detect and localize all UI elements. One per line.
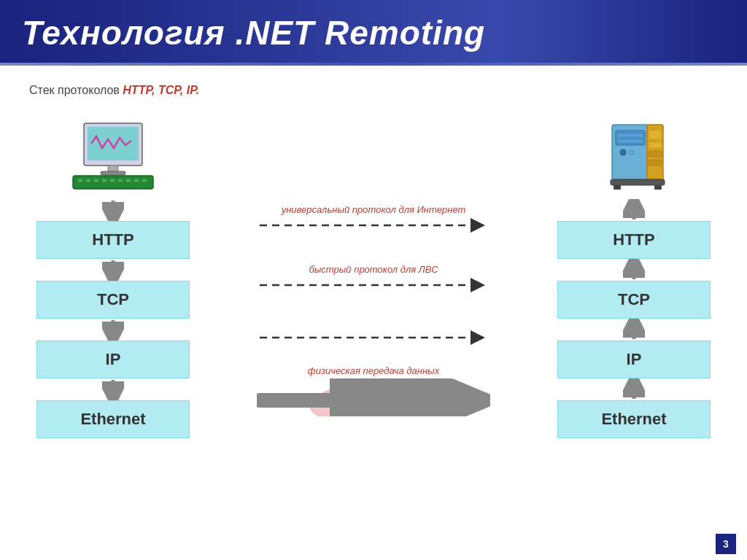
- svg-rect-42: [649, 142, 662, 148]
- protocol-diagram: HTTP TCP: [29, 112, 718, 438]
- tcp-dashed-arrow: [197, 278, 550, 292]
- left-http-box: HTTP: [36, 221, 190, 259]
- svg-rect-6: [85, 179, 91, 182]
- slide-header: Технология .NET Remoting: [0, 0, 747, 66]
- middle-column: универсальный протокол для Интернет: [197, 112, 550, 416]
- left-tcp-box: TCP: [36, 281, 190, 319]
- ip-dashed-arrow: [197, 330, 550, 345]
- svg-rect-11: [125, 179, 131, 182]
- svg-rect-9: [109, 179, 115, 182]
- svg-rect-10: [117, 179, 123, 182]
- svg-rect-5: [77, 179, 83, 182]
- left-computer-icon: [66, 112, 160, 199]
- svg-rect-37: [617, 139, 643, 143]
- svg-rect-2: [108, 166, 118, 171]
- ethernet-label: физическая передача данных: [308, 365, 439, 376]
- svg-rect-3: [101, 171, 125, 175]
- right-arrow-to-http: [557, 199, 711, 221]
- svg-rect-7: [93, 179, 99, 182]
- svg-rect-47: [654, 185, 662, 190]
- subtitle-protocols: HTTP, TCP, IP.: [123, 84, 199, 96]
- right-arrow-http-tcp: [557, 259, 711, 281]
- tcp-middle-row: быстрый протокол для ЛВС: [197, 259, 550, 297]
- slide-title: Технология .NET Remoting: [22, 13, 485, 52]
- svg-rect-12: [133, 179, 139, 182]
- svg-rect-1: [88, 127, 139, 160]
- http-dashed-arrow: [197, 218, 550, 233]
- tcp-label: быстрый протокол для ЛВС: [309, 264, 438, 275]
- right-arrow-ip-eth: [557, 378, 711, 400]
- http-label: универсальный протокол для Интернет: [282, 204, 466, 215]
- right-stack: HTTP TCP: [550, 112, 718, 438]
- svg-rect-46: [614, 185, 621, 190]
- slide-content: Стек протоколов HTTP, TCP, IP.: [0, 66, 747, 560]
- left-ethernet-box: Ethernet: [36, 400, 190, 438]
- subtitle-prefix: Стек протоколов: [29, 84, 123, 96]
- right-tcp-box: TCP: [557, 281, 711, 319]
- svg-rect-13: [142, 179, 147, 182]
- svg-rect-36: [617, 133, 643, 137]
- right-ip-box: IP: [557, 341, 711, 378]
- left-ip-box: IP: [36, 341, 190, 378]
- right-arrow-tcp-ip: [557, 319, 711, 341]
- left-arrow-to-http: [36, 199, 190, 221]
- page-number: 3: [716, 534, 736, 554]
- svg-rect-8: [101, 179, 107, 182]
- ethernet-cloud-arrow: [197, 378, 550, 416]
- svg-point-38: [620, 149, 626, 155]
- left-arrow-http-tcp: [36, 259, 190, 281]
- right-server-icon: [597, 112, 670, 199]
- svg-point-39: [630, 150, 634, 155]
- left-arrow-tcp-ip: [36, 319, 190, 341]
- subtitle-line: Стек протоколов HTTP, TCP, IP.: [29, 84, 718, 97]
- ethernet-middle-row: физическая передача данных: [197, 378, 550, 416]
- svg-rect-41: [649, 131, 662, 139]
- svg-rect-44: [649, 160, 662, 166]
- left-arrow-ip-eth: [36, 378, 190, 400]
- svg-rect-43: [649, 151, 662, 157]
- right-http-box: HTTP: [557, 221, 711, 259]
- left-stack: HTTP TCP: [29, 112, 197, 438]
- svg-rect-45: [611, 179, 665, 185]
- right-ethernet-box: Ethernet: [557, 400, 711, 438]
- http-middle-row: универсальный протокол для Интернет: [197, 199, 550, 237]
- ip-middle-row: [197, 319, 550, 357]
